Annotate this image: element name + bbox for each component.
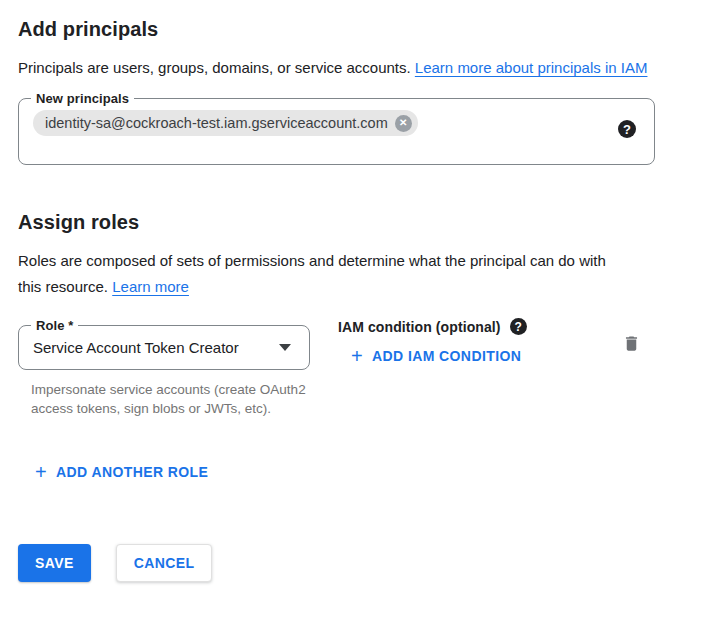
role-select[interactable]: Role * Service Account Token Creator xyxy=(18,318,310,370)
plus-icon: + xyxy=(35,464,47,480)
role-select-value: Service Account Token Creator xyxy=(33,339,239,356)
learn-more-principals-link[interactable]: Learn more about principals in IAM xyxy=(415,59,648,76)
learn-more-roles-link[interactable]: Learn more xyxy=(112,278,189,295)
role-row: Role * Service Account Token Creator Imp… xyxy=(18,318,695,418)
help-glyph: ? xyxy=(623,122,631,137)
assign-roles-description: Roles are composed of sets of permission… xyxy=(18,248,622,300)
cancel-button[interactable]: CANCEL xyxy=(116,544,213,582)
principal-chip: identity-sa@cockroach-test.iam.gservicea… xyxy=(33,110,418,136)
add-another-role-button[interactable]: + ADD ANOTHER ROLE xyxy=(29,460,214,484)
action-buttons-row: SAVE CANCEL xyxy=(18,544,695,582)
help-glyph: ? xyxy=(514,320,521,334)
add-principals-panel: Add principals Principals are users, gro… xyxy=(0,0,713,582)
new-principals-help-icon[interactable]: ? xyxy=(618,120,636,138)
role-select-value-row[interactable]: Service Account Token Creator xyxy=(31,333,297,369)
new-principals-input-area[interactable]: identity-sa@cockroach-test.iam.gservicea… xyxy=(31,106,642,164)
dropdown-arrow-icon xyxy=(279,344,291,351)
role-select-label: Role * xyxy=(31,318,78,333)
chip-remove-button[interactable]: ✕ xyxy=(395,115,412,132)
iam-condition-label-row: IAM condition (optional) ? xyxy=(338,318,527,335)
page-title: Add principals xyxy=(18,16,695,42)
principals-description: Principals are users, groups, domains, o… xyxy=(18,55,678,81)
plus-icon: + xyxy=(351,348,363,364)
delete-role-button[interactable] xyxy=(620,331,643,359)
iam-condition-label: IAM condition (optional) xyxy=(338,319,501,335)
add-iam-condition-label: ADD IAM CONDITION xyxy=(372,348,521,364)
add-another-role-label: ADD ANOTHER ROLE xyxy=(56,464,208,480)
principals-description-text: Principals are users, groups, domains, o… xyxy=(18,59,415,76)
iam-condition-help-icon[interactable]: ? xyxy=(510,318,527,335)
new-principals-field[interactable]: New principals identity-sa@cockroach-tes… xyxy=(18,91,655,165)
save-button[interactable]: SAVE xyxy=(18,544,91,582)
trash-icon xyxy=(622,342,641,357)
close-icon: ✕ xyxy=(399,118,407,128)
assign-roles-description-text: Roles are composed of sets of permission… xyxy=(18,252,606,295)
role-column: Role * Service Account Token Creator Imp… xyxy=(18,318,312,418)
add-another-role-wrap: + ADD ANOTHER ROLE xyxy=(29,460,695,484)
assign-roles-title: Assign roles xyxy=(18,209,695,235)
new-principals-label: New principals xyxy=(31,91,134,106)
role-helper-text: Impersonate service accounts (create OAu… xyxy=(31,380,311,418)
principal-chip-text: identity-sa@cockroach-test.iam.gservicea… xyxy=(45,114,388,132)
add-iam-condition-button[interactable]: + ADD IAM CONDITION xyxy=(345,344,527,368)
iam-condition-column: IAM condition (optional) ? + ADD IAM CON… xyxy=(338,318,527,368)
